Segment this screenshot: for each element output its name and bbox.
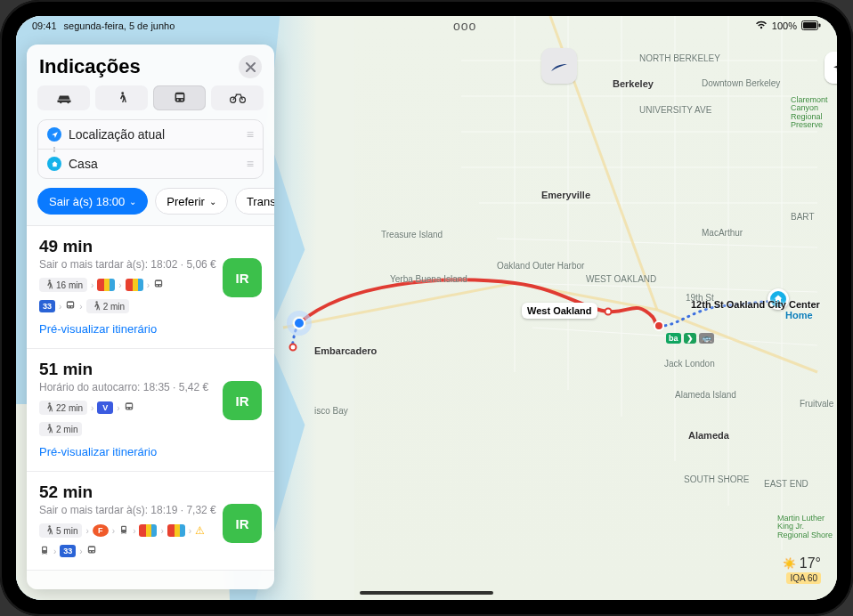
mode-tab-walk[interactable] xyxy=(95,85,148,110)
locate-me-button[interactable] xyxy=(825,52,837,84)
mode-tab-cycle[interactable] xyxy=(211,85,264,110)
svg-point-47 xyxy=(48,402,50,404)
map-label: NORTH BERKELEY xyxy=(639,53,720,63)
chevron-right-icon: › xyxy=(147,280,150,290)
go-button[interactable]: IR xyxy=(223,258,262,297)
station-badges: ba ❯ 🚌 xyxy=(666,333,714,344)
route-card[interactable]: 52 minSair o mais tardar à(s): 18:19 · 7… xyxy=(27,472,274,571)
map-label: Jack London xyxy=(664,359,715,369)
destination-label: Casa xyxy=(69,157,240,171)
reorder-handle-icon[interactable]: ≡ xyxy=(247,127,254,142)
map-label: Yerba Buena Island xyxy=(390,274,467,284)
svg-rect-55 xyxy=(122,527,126,530)
svg-point-44 xyxy=(69,306,70,308)
mode-tab-transit[interactable] xyxy=(153,85,206,110)
svg-rect-43 xyxy=(68,303,73,305)
svg-point-40 xyxy=(156,285,158,287)
map-label: WEST OAKLAND xyxy=(586,274,656,284)
aqi-badge: IQA 60 xyxy=(786,572,821,584)
battery-icon xyxy=(801,20,821,32)
chevron-right-icon: › xyxy=(133,526,135,536)
walk-segment: 2 min xyxy=(39,422,82,436)
svg-point-50 xyxy=(126,408,128,409)
chevron-right-icon: › xyxy=(117,403,119,413)
prefer-pill[interactable]: Preferir⌄ xyxy=(155,188,228,215)
route-card[interactable]: 51 minHorário do autocarro: 18:35 · 5,42… xyxy=(27,349,274,472)
origin-row[interactable]: Localização atual ≡ xyxy=(38,120,263,149)
transport-mode-tabs xyxy=(27,85,274,119)
bus-icon xyxy=(153,279,164,291)
route-card[interactable]: 49 minSair o mais tardar à(s): 18:02 · 5… xyxy=(27,226,274,349)
transit-card-pill[interactable]: Transit Card xyxy=(235,188,274,215)
wifi-icon xyxy=(755,20,768,31)
location-dot-icon xyxy=(47,127,61,142)
preview-route-link[interactable]: Pré-visualizar itinerário xyxy=(39,322,262,336)
map-label: Emeryville xyxy=(541,190,590,200)
bart-line-badge xyxy=(139,524,157,537)
map-label: Martin Luther King Jr. Regional Shore xyxy=(777,515,837,539)
route-steps-line-2: 2 min xyxy=(39,422,262,436)
bus-icon xyxy=(124,401,134,414)
mode-tab-drive[interactable] xyxy=(37,85,90,110)
route-duration: 51 min xyxy=(39,360,262,379)
route-duration: 49 min xyxy=(39,237,262,256)
map-label: Berkeley xyxy=(613,78,654,89)
warning-icon: ⚠︎ xyxy=(195,524,205,537)
directions-panel: Indicações xyxy=(27,45,274,589)
callout-west-oakland[interactable]: West Oakland xyxy=(522,303,597,319)
map-label: Fruitvale xyxy=(800,399,833,409)
map-label: UNIVERSITY AVE xyxy=(639,105,711,115)
preview-route-link[interactable]: Pré-visualizar itinerário xyxy=(39,445,262,458)
svg-point-33 xyxy=(176,99,178,101)
svg-point-61 xyxy=(93,551,94,553)
walk-segment: 5 min xyxy=(39,523,82,538)
weather-widget[interactable]: ☀️ 17° IQA 60 xyxy=(783,555,821,584)
route-steps-line-2: 33››2 min xyxy=(39,299,262,313)
destination-row[interactable]: Casa ≡ xyxy=(38,149,263,178)
chevron-right-icon: › xyxy=(189,526,191,536)
bus-icon xyxy=(86,545,97,557)
map-label: Claremont Canyon Regional Preserve xyxy=(791,96,837,130)
panel-title: Indicações xyxy=(39,55,141,78)
map-label: isco Bay xyxy=(314,406,348,416)
svg-point-37 xyxy=(48,280,50,281)
svg-rect-1 xyxy=(803,22,816,28)
map-label: Alameda xyxy=(688,430,729,441)
temperature-value: 17° xyxy=(800,555,821,571)
status-date: segunda-feira, 5 de junho xyxy=(64,20,175,31)
svg-point-60 xyxy=(89,551,91,553)
home-indicator[interactable] xyxy=(360,591,493,595)
route-options-row: Sair à(s) 18:00⌄ Preferir⌄ Transit Card xyxy=(27,179,274,225)
home-pin-label: Home xyxy=(785,310,813,320)
chevron-down-icon: ⌄ xyxy=(209,197,216,207)
map-label: BART xyxy=(791,212,815,222)
chevron-right-icon: › xyxy=(91,280,93,290)
go-button[interactable]: IR xyxy=(223,504,262,543)
map-label: 19th St xyxy=(686,293,714,303)
home-icon xyxy=(47,157,61,171)
bus-line-badge: 33 xyxy=(60,545,76,557)
map-label: MacArthur xyxy=(702,228,743,238)
chevron-right-icon: › xyxy=(53,547,56,556)
transit-brand-chip[interactable] xyxy=(541,48,577,84)
route-endpoints: Localização atual ≡ Casa ≡ xyxy=(37,119,264,179)
svg-rect-59 xyxy=(89,547,94,550)
map-label: Treasure Island xyxy=(381,230,443,239)
status-time: 09:41 xyxy=(32,20,57,31)
multitask-indicator: ooo xyxy=(175,19,755,33)
bart-line-badge xyxy=(167,524,185,537)
map-label: EAST END xyxy=(764,479,808,489)
svg-point-30 xyxy=(121,92,124,94)
svg-point-45 xyxy=(71,306,73,308)
route-duration: 52 min xyxy=(39,482,262,502)
depart-time-pill[interactable]: Sair à(s) 18:00⌄ xyxy=(37,188,148,215)
svg-point-36 xyxy=(240,97,245,102)
bart-line-badge xyxy=(97,279,115,291)
reorder-handle-icon[interactable]: ≡ xyxy=(247,157,254,171)
close-button[interactable] xyxy=(239,55,262,78)
route-results-list[interactable]: 49 minSair o mais tardar à(s): 18:02 · 5… xyxy=(27,225,274,589)
go-button[interactable]: IR xyxy=(223,381,262,420)
svg-rect-2 xyxy=(819,23,821,27)
svg-point-46 xyxy=(95,301,97,303)
route-steps-line-2: ›33› xyxy=(39,545,262,557)
